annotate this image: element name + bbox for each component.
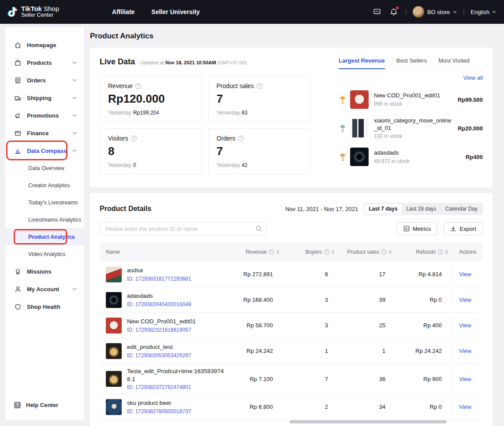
notification-bell-icon[interactable]	[388, 7, 399, 17]
sort-icon[interactable]	[389, 250, 392, 254]
view-link[interactable]: View	[459, 296, 471, 303]
sidebar-item-my-account[interactable]: My Account	[5, 280, 84, 298]
sidebar-subitem-product-analytics[interactable]: Product Analytics	[5, 228, 84, 245]
tiktok-shop-logo[interactable]: TikTokShop Seller Center	[8, 5, 59, 19]
view-link[interactable]: View	[459, 404, 471, 410]
product-image	[106, 399, 122, 415]
nav-link-affiliate[interactable]: Affiliate	[112, 8, 134, 15]
product-thumbnail	[350, 148, 369, 166]
ranking-item[interactable]: 1 New COD_Pro001_edit01 999 in stock Rp9…	[339, 87, 483, 112]
view-link[interactable]: View	[459, 376, 471, 382]
range-last-28-days-button[interactable]: Last 28 days	[402, 204, 441, 214]
brand-shop: Shop	[44, 5, 59, 12]
sidebar-item-label: Homepage	[27, 42, 56, 48]
view-link[interactable]: View	[459, 348, 471, 354]
sidebar-item-help-center[interactable]: ? Help Center	[5, 396, 84, 414]
metrics-icon	[403, 226, 410, 232]
sidebar-subitem-todays-livestreams[interactable]: Today's Livestreams	[5, 194, 84, 211]
sort-icon[interactable]	[332, 250, 334, 254]
cell-product-sales: 17	[338, 271, 395, 278]
sidebar-item-missions[interactable]: Missions	[5, 263, 84, 280]
range-calendar-day-button[interactable]: Calendar Day	[441, 204, 482, 214]
products-icon	[14, 59, 22, 67]
header-buyers[interactable]: Buyers?	[306, 249, 334, 255]
sidebar-subitem-video-analytics[interactable]: Video Analytics	[5, 245, 84, 263]
metric-value: 8	[108, 144, 194, 158]
product-table: Name Revenue? Buyers? Product sales? Ref…	[100, 242, 483, 420]
ranking-item[interactable]: 2 xiaomi_category_move_online_id_01 100 …	[339, 116, 483, 141]
chevron-down-icon	[453, 11, 457, 13]
cell-buyers: 3	[283, 296, 338, 303]
tab-largest-revenue[interactable]: Largest Revenue	[339, 57, 385, 69]
tab-best-sellers[interactable]: Best Sellers	[396, 57, 427, 69]
language-selector[interactable]: English	[470, 9, 496, 15]
sidebar-subitem-data-overview[interactable]: Data Overview	[5, 159, 84, 177]
top-nav-links: Affiliate Seller University	[112, 8, 200, 15]
store-account-menu[interactable]: BO store	[413, 6, 457, 18]
info-icon[interactable]: ?	[324, 249, 329, 255]
question-icon[interactable]: ?	[238, 136, 244, 141]
header-revenue[interactable]: Revenue?	[246, 249, 279, 255]
metrics-button[interactable]: Metrics	[397, 222, 438, 235]
search-icon[interactable]	[256, 226, 262, 233]
metric-tile-revenue[interactable]: Revenue? Rp120.000 YesterdayRp199.204	[100, 76, 202, 122]
sidebar-item-label: Data Compass	[27, 148, 67, 154]
ranking-product-stock: 999 in stock	[374, 101, 454, 107]
sidebar-item-promotions[interactable]: Promotions	[5, 107, 84, 124]
sidebar-subitem-creator-analytics[interactable]: Creator Analytics	[5, 177, 84, 194]
table-row: asdsaID: 1729383181772293681 Rp 272.891 …	[100, 262, 483, 287]
nav-link-seller-university[interactable]: Seller University	[151, 8, 200, 15]
header-refunds[interactable]: Refunds?	[416, 249, 448, 255]
sort-icon[interactable]	[445, 250, 448, 254]
yesterday-label: Yesterday	[217, 110, 240, 116]
sidebar-item-label: Finance	[27, 130, 49, 137]
sidebar-item-orders[interactable]: Orders	[5, 71, 84, 89]
brand-subtitle: Seller Center	[21, 12, 59, 19]
product-search	[100, 222, 266, 235]
home-icon	[14, 41, 22, 49]
sidebar-item-label: Orders	[27, 77, 46, 84]
search-input[interactable]	[100, 222, 266, 235]
chat-icon[interactable]	[372, 7, 382, 17]
sidebar-subitem-livestreams-analytics[interactable]: Livestreams Analytics	[5, 211, 84, 228]
info-icon[interactable]: ?	[381, 249, 387, 255]
ranking-product-stock: 100 in stock	[374, 133, 454, 139]
top-products-panel: Largest Revenue Best Sellers Most Visite…	[339, 57, 483, 178]
chevron-down-icon	[72, 61, 77, 64]
header-label: Revenue	[246, 249, 267, 255]
metric-tile-product-sales[interactable]: Product sales? 7 Yesterday63	[208, 76, 310, 122]
sidebar-item-data-compass[interactable]: Data Compass	[5, 142, 84, 159]
header-product-sales[interactable]: Product sales?	[347, 249, 392, 255]
data-compass-icon	[14, 147, 22, 155]
sort-icon[interactable]	[276, 250, 279, 254]
metric-tile-visitors[interactable]: Visitors? 8 Yesterday0	[100, 128, 202, 174]
question-icon[interactable]: ?	[131, 136, 137, 141]
live-data-card: Live Data Updated at Nov 18, 2021 10:50A…	[90, 48, 493, 187]
horizontal-scrollbar-thumb[interactable]	[290, 420, 447, 423]
sidebar-item-shop-health[interactable]: Shop Health	[5, 298, 84, 315]
info-icon[interactable]: ?	[269, 249, 274, 255]
updated-prefix: Updated at	[140, 60, 164, 65]
table-row: New COD_Pro001_edit01ID: 172938232161661…	[100, 313, 483, 338]
ranking-item[interactable]: 3 adasdads 49,972 in stock Rp400	[339, 144, 483, 169]
export-button[interactable]: Export	[444, 222, 483, 235]
view-link[interactable]: View	[459, 271, 471, 278]
question-icon[interactable]: ?	[257, 83, 262, 89]
ranking-product-name: xiaomi_category_move_online_id_01	[374, 117, 454, 132]
info-icon[interactable]: ?	[438, 249, 443, 255]
range-last-7-days-button[interactable]: Last 7 days	[364, 204, 402, 214]
chevron-down-icon	[72, 79, 77, 81]
view-all-link[interactable]: View all	[463, 74, 483, 81]
sidebar-item-homepage[interactable]: Homepage	[5, 36, 84, 54]
tab-most-visited[interactable]: Most Visited	[438, 57, 470, 69]
cell-revenue: Rp 7.100	[232, 376, 283, 382]
metric-tile-orders[interactable]: Orders? 7 Yesterday42	[208, 128, 310, 174]
sidebar-item-shipping[interactable]: Shipping	[5, 89, 84, 107]
cell-refunds: Rp 4.814	[395, 271, 452, 278]
sidebar-item-products[interactable]: Products	[5, 54, 84, 71]
sidebar-item-finance[interactable]: Finance	[5, 124, 84, 142]
yesterday-value: 63	[242, 110, 247, 116]
view-link[interactable]: View	[459, 322, 471, 329]
question-icon[interactable]: ?	[135, 83, 141, 89]
table-row: edit_product_testID: 1729383053053429297…	[100, 338, 483, 364]
